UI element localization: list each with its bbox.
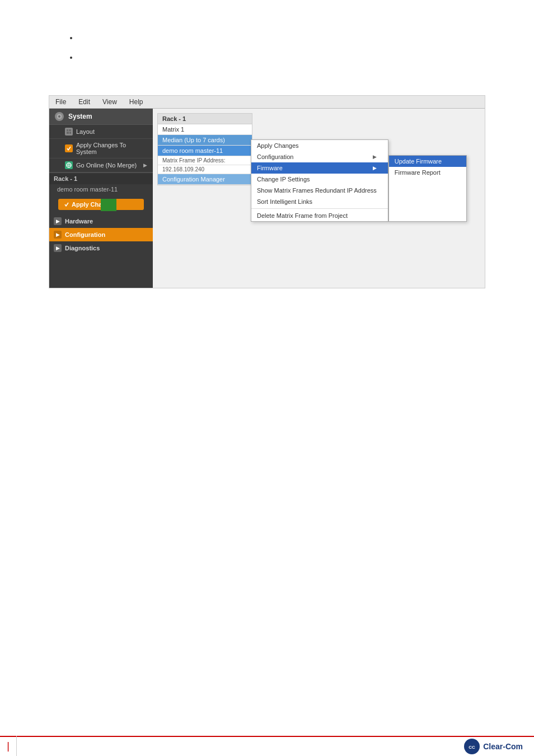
svg-rect-4 (67, 132, 69, 134)
clearcom-logo: CC Clear-Com (464, 739, 523, 754)
ctx-apply-changes[interactable]: Apply Changes (251, 140, 388, 151)
green-status-square (101, 199, 116, 211)
menu-bar: File Edit View Help (49, 96, 485, 109)
menu-help[interactable]: Help (128, 97, 145, 106)
sidebar: System Layout (49, 109, 153, 288)
sidebar-system-label: System (68, 113, 92, 120)
rack-panel-ip-label: Matrix Frame IP Address: (158, 156, 252, 165)
rack-panel-config-mgr[interactable]: Configuration Manager (158, 174, 252, 185)
sidebar-item-apply-system[interactable]: Apply Changes To System (49, 139, 153, 158)
sidebar-rack-sub: demo room master-11 (49, 184, 153, 194)
ctx-configuration[interactable]: Configuration ▶ (251, 151, 388, 162)
rack-panel-ip-addr: 192.168.109.240 (158, 165, 252, 174)
svg-rect-3 (69, 129, 71, 131)
ctx-sort-links[interactable]: Sort Intelligent Links (251, 196, 388, 207)
bottom-bar-left: | (0, 736, 17, 756)
go-online-icon (65, 161, 73, 169)
go-online-arrow: ▶ (143, 162, 147, 168)
menu-view[interactable]: View (101, 97, 119, 106)
sidebar-layout-label: Layout (76, 128, 95, 135)
submenu-firmware-report[interactable]: Firmware Report (389, 167, 466, 178)
bullet-2 (78, 53, 467, 62)
diagnostics-expand-icon: ▶ (54, 244, 62, 252)
app-layout: System Layout (49, 109, 485, 288)
config-submenu-arrow: ▶ (373, 154, 377, 160)
sidebar-apply-system-label: Apply Changes To System (76, 142, 147, 155)
rack-panel-title: Rack - 1 (158, 114, 252, 124)
main-content: Rack - 1 Matrix 1 Median (Up to 7 cards)… (153, 109, 485, 288)
sidebar-item-layout[interactable]: Layout (49, 125, 153, 139)
ctx-separator (251, 208, 388, 209)
sidebar-rack-header: Rack - 1 (49, 172, 153, 184)
svg-text:CC: CC (469, 745, 475, 750)
menu-file[interactable]: File (54, 97, 68, 106)
context-menu-wrapper: Apply Changes Configuration ▶ Firmware ▶… (251, 139, 467, 222)
rack-panel-median[interactable]: Median (Up to 7 cards) (158, 135, 252, 146)
menu-edit[interactable]: Edit (77, 97, 92, 106)
svg-rect-2 (67, 129, 68, 131)
bottom-bar: | CC Clear-Com (0, 736, 534, 756)
sidebar-item-go-online[interactable]: Go Online (No Merge) ▶ (49, 158, 153, 172)
clearcom-logo-icon: CC (464, 739, 480, 754)
rack-panel-matrix1[interactable]: Matrix 1 (158, 124, 252, 135)
clearcom-logo-text: Clear-Com (483, 742, 523, 751)
submenu-update-firmware[interactable]: Update Firmware (389, 156, 466, 167)
sidebar-go-online-label: Go Online (No Merge) (76, 162, 137, 169)
sidebar-item-configuration[interactable]: ▶ Configuration (49, 228, 153, 241)
ctx-firmware[interactable]: Firmware ▶ (251, 162, 388, 174)
sidebar-item-hardware[interactable]: ▶ Hardware (49, 214, 153, 228)
svg-point-1 (58, 115, 60, 118)
apply-changes-icon (64, 202, 69, 207)
bullet-1 (78, 34, 467, 42)
hardware-expand-icon: ▶ (54, 217, 62, 225)
rack-panel-demo-room[interactable]: demo room master-11 (158, 146, 252, 156)
rack-panel: Rack - 1 Matrix 1 Median (Up to 7 cards)… (157, 113, 252, 185)
bottom-bar-pipe: | (7, 740, 10, 752)
ctx-delete[interactable]: Delete Matrix Frame from Project (251, 210, 388, 221)
firmware-submenu-arrow: ▶ (373, 165, 377, 171)
ctx-show-redundant[interactable]: Show Matrix Frames Redundant IP Address (251, 185, 388, 196)
apply-system-icon (65, 144, 73, 152)
ctx-change-ip[interactable]: Change IP Settings (251, 174, 388, 185)
system-icon (55, 112, 64, 121)
bullets-section (0, 0, 534, 84)
svg-rect-5 (69, 132, 71, 134)
config-expand-icon: ▶ (54, 231, 62, 239)
submenu-firmware: Update Firmware Firmware Report (388, 155, 467, 222)
app-screenshot: File Edit View Help System (49, 95, 485, 288)
sidebar-system-header[interactable]: System (49, 109, 153, 125)
sidebar-item-diagnostics[interactable]: ▶ Diagnostics (49, 241, 153, 255)
context-menu-primary: Apply Changes Configuration ▶ Firmware ▶… (251, 139, 388, 222)
layout-icon (65, 128, 73, 136)
